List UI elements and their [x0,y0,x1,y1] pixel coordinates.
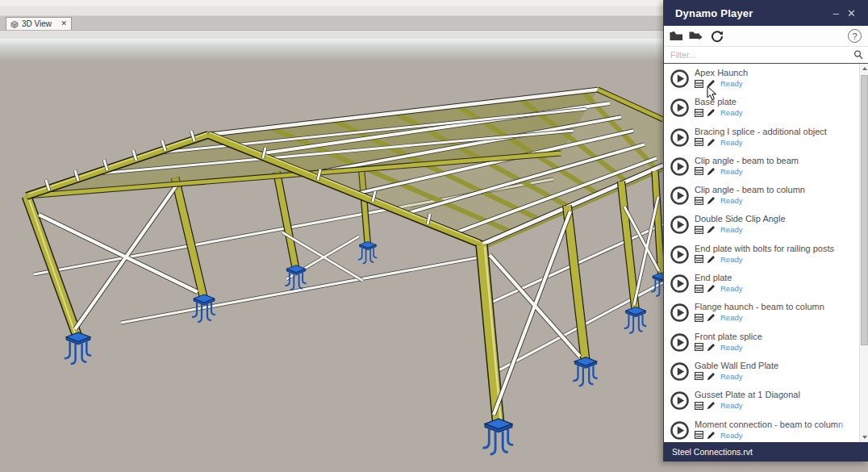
inputs-icon[interactable] [695,372,703,380]
3d-view-icon [10,20,19,28]
scrollbar-thumb[interactable] [861,75,868,345]
inputs-icon[interactable] [695,138,703,146]
edit-pencil-icon[interactable] [707,343,716,352]
panel-header[interactable]: Dynamo Player – ✕ [664,0,868,26]
script-status: Ready [720,167,742,176]
script-list-item[interactable]: Bracing I splice - additional object Rea… [670,126,857,155]
script-status: Ready [720,196,742,205]
play-icon[interactable] [670,186,689,205]
play-icon[interactable] [670,421,689,440]
play-icon[interactable] [670,98,689,117]
inputs-icon[interactable] [695,314,703,322]
inputs-icon[interactable] [695,80,703,88]
scroll-up-icon[interactable] [860,64,868,73]
inputs-icon[interactable] [695,285,703,293]
inputs-icon[interactable] [695,226,703,234]
script-list-item[interactable]: End plate with bolts for railing posts R… [670,243,857,272]
inputs-icon[interactable] [695,255,703,263]
script-list: Apex Haunch Ready Base plate [664,64,868,442]
inputs-icon[interactable] [695,197,703,205]
script-list-item[interactable]: Moment connection - beam to column Ready [670,419,857,442]
edit-pencil-icon[interactable] [707,138,716,147]
script-list-item[interactable]: Clip angle - beam to beam Ready [670,155,857,184]
script-list-item[interactable]: Gable Wall End Plate Ready [670,360,857,389]
script-list-item[interactable]: Front plate splice Ready [670,331,857,360]
script-status: Ready [720,313,742,322]
script-list-item[interactable]: Double Side Clip Angle Ready [670,213,857,242]
script-title: Flange haunch - beam to column [695,301,857,312]
tab-label: 3D View [22,19,57,28]
script-status: Ready [720,255,742,264]
current-document-name: Steel Connections.rvt [672,447,753,457]
open-folder-icon[interactable] [670,31,683,41]
inputs-icon[interactable] [695,167,703,175]
script-title: Moment connection - beam to column [695,419,857,430]
edit-pencil-icon[interactable] [707,284,716,293]
edit-pencil-icon[interactable] [707,255,716,264]
script-status: Ready [720,138,742,147]
steel-structure-model [0,39,663,472]
script-title: Base plate [695,96,857,107]
play-icon[interactable] [670,391,689,410]
revit-application-window: 3D View ✕ [0,0,868,472]
script-title: Front plate splice [695,331,857,342]
play-icon[interactable] [670,303,689,322]
edit-pencil-icon[interactable] [707,108,716,117]
script-title: Double Side Clip Angle [695,213,857,224]
play-icon[interactable] [670,362,689,381]
close-icon[interactable]: ✕ [843,8,860,19]
panel-toolbar: ? [664,26,868,47]
scrollbar[interactable] [859,64,868,442]
edit-pencil-icon[interactable] [707,401,716,410]
refresh-icon[interactable] [711,30,724,43]
script-status: Ready [720,284,742,293]
inputs-icon[interactable] [695,431,703,439]
edit-pencil-icon[interactable] [707,372,716,381]
scroll-down-icon[interactable] [860,432,868,442]
dynamo-player-panel: Dynamo Player – ✕ ? [663,0,868,462]
script-status: Ready [720,343,742,352]
inputs-icon[interactable] [695,343,703,351]
open-folder-arrow-icon[interactable] [689,30,705,42]
script-list-item[interactable]: Flange haunch - beam to column Ready [670,301,857,330]
play-icon[interactable] [670,333,689,352]
help-icon[interactable]: ? [848,29,862,43]
play-icon[interactable] [670,69,689,88]
edit-pencil-icon[interactable] [707,313,716,322]
edit-pencil-icon[interactable] [707,225,716,234]
script-status: Ready [720,372,742,381]
script-status: Ready [720,108,742,117]
inputs-icon[interactable] [695,402,703,410]
play-icon[interactable] [670,245,689,264]
script-title: Clip angle - beam to column [695,184,857,195]
panel-statusbar: Steel Connections.rvt [664,442,868,462]
script-title: Bracing I splice - additional object [695,126,857,137]
script-list-item[interactable]: Gusset Plate at 1 Diagonal Ready [670,389,857,418]
play-icon[interactable] [670,128,689,147]
play-icon[interactable] [670,215,689,234]
inputs-icon[interactable] [695,109,703,117]
script-status: Ready [720,225,742,234]
edit-pencil-icon[interactable] [707,79,716,88]
search-icon[interactable] [853,50,863,60]
edit-pencil-icon[interactable] [707,196,716,205]
minimize-icon[interactable]: – [829,8,843,19]
script-title: Apex Haunch [695,67,857,78]
tab-close-icon[interactable]: ✕ [61,20,67,27]
play-icon[interactable] [670,157,689,176]
tab-3d-view[interactable]: 3D View ✕ [6,17,72,30]
script-list-item[interactable]: Base plate Ready [670,96,857,125]
script-title: Gusset Plate at 1 Diagonal [695,389,857,400]
script-status: Ready [720,79,742,88]
edit-pencil-icon[interactable] [707,167,716,176]
script-list-item[interactable]: Clip angle - beam to column Ready [670,184,857,213]
filter-input[interactable] [670,50,853,60]
script-title: End plate [695,272,857,283]
script-list-item[interactable]: End plate Ready [670,272,857,301]
script-status: Ready [720,401,742,410]
script-title: Gable Wall End Plate [695,360,857,371]
edit-pencil-icon[interactable] [707,431,716,440]
panel-title: Dynamo Player [675,7,829,19]
script-list-item[interactable]: Apex Haunch Ready [670,67,857,96]
play-icon[interactable] [670,274,689,293]
